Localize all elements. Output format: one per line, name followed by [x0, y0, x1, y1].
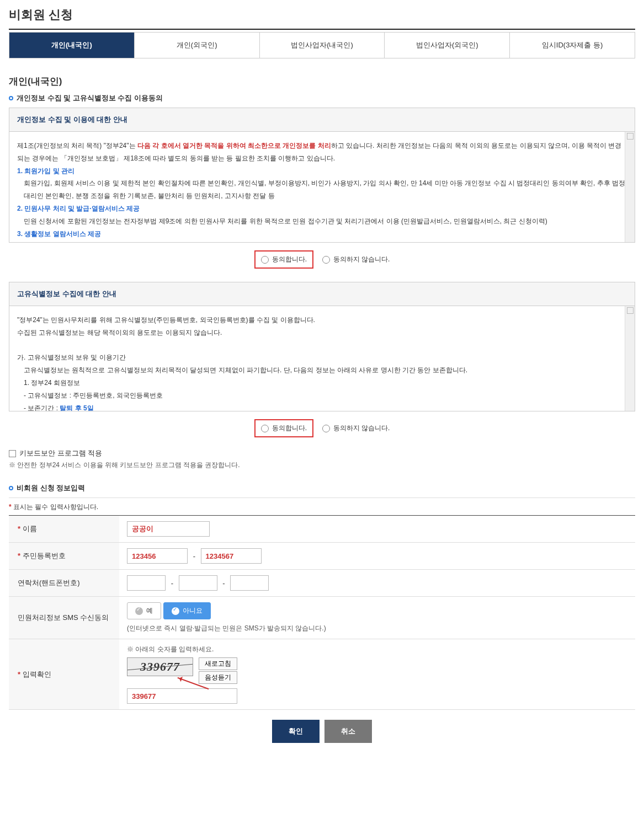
agree2-no[interactable]: 동의하지 않습니다. [322, 424, 390, 433]
divider [9, 497, 635, 498]
dash: - [193, 552, 195, 560]
agree-no-label: 동의하지 않습니다. [333, 424, 390, 433]
p2-l3: 가. 고유식별정보의 보유 및 이용기간 [17, 351, 626, 364]
p2-l7a: - 보존기간 : [24, 404, 60, 411]
phone-input-3[interactable] [230, 575, 269, 591]
tab-corp-domestic[interactable]: 법인사업자(내국인) [260, 33, 385, 58]
keyboard-security-row: 키보드보안 프로그램 적용 [9, 448, 635, 458]
button-row: 확인 취소 [9, 710, 635, 759]
sms-note: (인터넷으로 즉시 열람·발급되는 민원은 SMS가 발송되지 않습니다.) [127, 624, 627, 633]
rrn-label: * 주민등록번호 [9, 543, 119, 570]
divider [9, 29, 635, 30]
p2-l4: 고유식별정보는 원칙적으로 고유식별정보의 처리목적이 달성되면 지체없이 파기… [17, 364, 626, 377]
required-note-text: 표시는 필수 입력사항입니다. [12, 503, 98, 511]
agree-yes-label: 동의합니다. [272, 424, 307, 433]
agree1-no[interactable]: 동의하지 않습니다. [322, 255, 390, 264]
p2-l2: 수집된 고유식별정보는 해당 목적이외의 용도로는 이용되지 않습니다. [17, 327, 626, 339]
bullet-icon [9, 96, 13, 100]
p1-b1: 회원가입, 회원제 서비스 이용 및 제한적 본인 확인절차에 따른 본인확인,… [17, 177, 626, 202]
p1-b3: 정부24 회원의 경우, 전자정부법 제9조의2에 의한 본인의 생활정보 열람 [17, 240, 626, 242]
radio-icon [322, 256, 330, 264]
p1-h1: 1. 회원가입 및 관리 [17, 165, 626, 178]
phone-input-2[interactable] [179, 575, 217, 591]
captcha-hint: ※ 아래의 숫자를 입력하세요. [127, 645, 627, 654]
cancel-button[interactable]: 취소 [324, 720, 372, 743]
agree-yes-label: 동의합니다. [272, 255, 307, 264]
p2-l7b: 탈퇴 후 5일 [60, 404, 93, 411]
sms-label: 민원처리정보 SMS 수신동의 [9, 597, 119, 639]
uid-panel: 고유식별정보 수집에 대한 안내 "정부24"는 민원사무처리를 위해 고유식별… [9, 282, 635, 411]
section-heading: 개인(내국인) [9, 75, 635, 88]
consent-heading: 개인정보 수집 및 고유식별정보 수집 이용동의 [9, 93, 635, 103]
info-heading: 비회원 신청 정보입력 [9, 483, 635, 493]
rrn-input-2[interactable] [201, 548, 262, 564]
scrollbar[interactable] [625, 132, 635, 242]
sms-no-text: 아니요 [183, 606, 203, 616]
tab-corp-foreign[interactable]: 법인사업자(외국인) [385, 33, 510, 58]
dash: - [222, 579, 225, 587]
tab-personal-foreign[interactable]: 개인(외국인) [135, 33, 260, 58]
uid-panel-body[interactable]: "정부24"는 민원사무처리를 위해 고유식별정보(주민등록번호, 외국인등록번… [9, 306, 635, 411]
p2-l1: "정부24"는 민원사무처리를 위해 고유식별정보(주민등록번호, 외국인등록번… [17, 314, 626, 327]
p1-text: 제1조(개인정보의 처리 목적) "정부24"는 [17, 142, 137, 149]
consent-heading-text: 개인정보 수집 및 고유식별정보 수집 이용동의 [17, 93, 163, 103]
sms-no-toggle[interactable]: 아니요 [163, 602, 211, 619]
check-icon [135, 607, 143, 615]
keyboard-security-note: ※ 안전한 정부24 서비스 이용을 위해 키보드보안 프로그램 적용을 권장합… [9, 461, 635, 470]
rrn-input-1[interactable] [127, 548, 188, 564]
name-input[interactable] [127, 521, 210, 537]
privacy-panel-body[interactable]: 제1조(개인정보의 처리 목적) "정부24"는 다음 각 호에서 열거한 목적… [9, 132, 635, 242]
radio-icon [261, 256, 269, 264]
captcha-input[interactable] [127, 688, 237, 704]
agree-row-1: 동의합니다. 동의하지 않습니다. [9, 243, 635, 279]
sms-yes-text: 예 [146, 606, 153, 616]
tab-temp-id[interactable]: 임시ID(3자제출 등) [510, 33, 635, 58]
p1-h2: 2. 민원사무 처리 및 발급·열람서비스 제공 [17, 202, 626, 215]
uid-panel-title: 고유식별정보 수집에 대한 안내 [9, 282, 635, 306]
bullet-icon [9, 486, 13, 490]
agree1-yes[interactable]: 동의합니다. [254, 250, 313, 269]
agree-no-label: 동의하지 않습니다. [333, 255, 390, 264]
captcha-audio-button[interactable]: 음성듣기 [199, 671, 237, 684]
keyboard-security-checkbox[interactable] [9, 450, 16, 457]
captcha-refresh-button[interactable]: 새로고침 [199, 657, 237, 670]
sms-yes-toggle[interactable]: 예 [127, 602, 161, 619]
p2-l6: - 고유식별정보 : 주민등록번호, 외국인등록번호 [17, 389, 626, 402]
keyboard-security-label: 키보드보안 프로그램 적용 [19, 448, 102, 458]
submit-button[interactable]: 확인 [272, 720, 320, 743]
tab-personal-domestic[interactable]: 개인(내국인) [9, 33, 135, 58]
phone-input-1[interactable] [127, 575, 166, 591]
tab-bar: 개인(내국인) 개인(외국인) 법인사업자(내국인) 법인사업자(외국인) 임시… [9, 32, 635, 58]
privacy-panel: 개인정보 수집 및 이용에 대한 안내 제1조(개인정보의 처리 목적) "정부… [9, 108, 635, 243]
scrollbar[interactable] [625, 306, 635, 411]
info-heading-text: 비회원 신청 정보입력 [17, 483, 85, 493]
p2-l5: 1. 정부24 회원정보 [17, 377, 626, 389]
agree2-yes[interactable]: 동의합니다. [254, 419, 313, 437]
name-label: * 이름 [9, 516, 119, 543]
agree-row-2: 동의합니다. 동의하지 않습니다. [9, 411, 635, 447]
captcha-label: * 입력확인 [9, 639, 119, 710]
check-icon [172, 607, 179, 615]
page-title: 비회원 신청 [9, 7, 635, 23]
radio-icon [261, 425, 269, 432]
phone-label: 연락처(핸드폰번호) [9, 570, 119, 597]
radio-icon [322, 425, 330, 432]
p1-h3: 3. 생활정보 열람서비스 제공 [17, 228, 626, 240]
required-note: * 표시는 필수 입력사항입니다. [9, 502, 635, 512]
captcha-image: 339677 [127, 657, 193, 676]
form-table: * 이름 * 주민등록번호 - 연락처(핸드폰번호) - - 민원처리정보 SM… [9, 515, 635, 710]
p1-b2: 민원 신청서에 포함된 개인정보는 전자정부법 제9조에 의한 민원사무 처리를… [17, 215, 626, 228]
dash: - [171, 579, 173, 587]
privacy-panel-title: 개인정보 수집 및 이용에 대한 안내 [9, 108, 635, 132]
p1-em: 다음 각 호에서 열거한 목적을 위하여 최소한으로 개인정보를 처리 [137, 142, 331, 149]
